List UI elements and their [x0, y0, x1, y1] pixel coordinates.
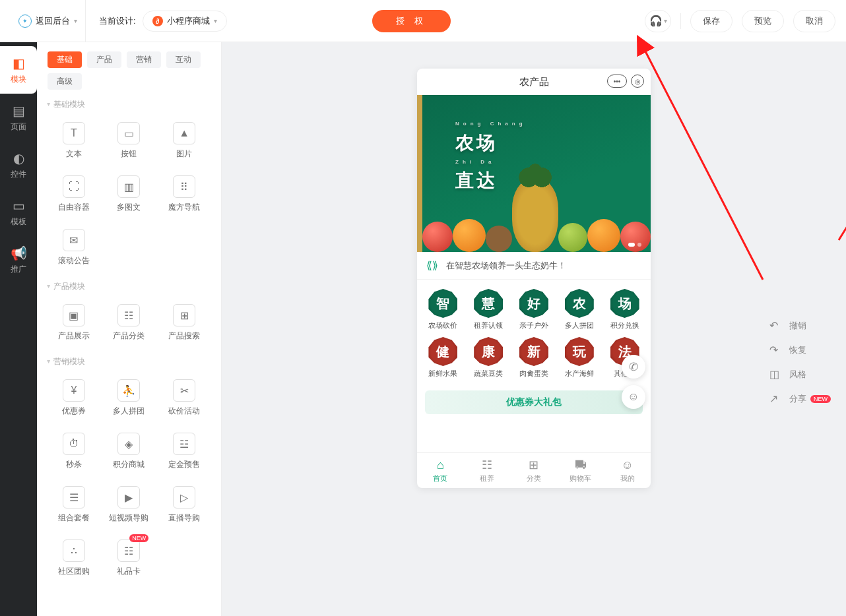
module-icon: ▣: [63, 304, 85, 326]
tool-分享[interactable]: ↗分享NEW: [769, 392, 831, 405]
more-icon[interactable]: •••: [607, 75, 627, 88]
float-buttons: ✆ ☺: [622, 355, 645, 409]
nav-item-蔬菜豆类[interactable]: 康蔬菜豆类: [467, 337, 511, 379]
tabbar-购物车[interactable]: ⛟购物车: [557, 453, 604, 488]
module-积分商城[interactable]: ◈积分商城: [103, 427, 156, 476]
module-文本[interactable]: T文本: [48, 117, 100, 165]
module-优惠券[interactable]: ¥优惠券: [48, 374, 100, 422]
nav-item-积分兑换[interactable]: 场积分兑换: [602, 289, 647, 330]
banner[interactable]: Nong Chang 农场 Zhi Da 直达: [417, 95, 651, 252]
announcement-bar[interactable]: ⟪⟫ 在智慧农场领养一头生态奶牛！: [417, 252, 651, 280]
rail-icon: 📢: [11, 245, 27, 261]
tab-互动[interactable]: 互动: [166, 51, 201, 68]
nav-item-水产海鲜[interactable]: 玩水产海鲜: [557, 337, 601, 379]
preview-button[interactable]: 预览: [742, 10, 784, 32]
nav-icon: 场: [610, 289, 639, 318]
module-短视频导购[interactable]: ▶短视频导购: [103, 481, 156, 529]
svg-line-1: [839, 49, 846, 240]
rail-item-模块[interactable]: ◧模块: [0, 46, 37, 94]
authorize-button[interactable]: 授 权: [372, 10, 451, 32]
rail-item-控件[interactable]: ◐控件: [0, 141, 37, 189]
module-label: 魔方导航: [168, 202, 200, 213]
phone-float-icon[interactable]: ✆: [622, 355, 645, 379]
rail-label: 模块: [11, 74, 26, 85]
current-design: 当前设计: ∂ 小程序商城 ▾: [86, 11, 240, 32]
module-icon: T: [63, 122, 85, 144]
nav-label: 农场砍价: [428, 321, 457, 330]
nav-item-亲子户外[interactable]: 好亲子户外: [512, 289, 556, 330]
module-icon: ⛹: [117, 379, 140, 402]
module-label: 直播导购: [168, 512, 200, 524]
module-产品分类[interactable]: ☷产品分类: [103, 299, 156, 347]
target-icon[interactable]: ◎: [631, 75, 644, 88]
section-title: 产品模块: [48, 281, 211, 292]
module-直播导购[interactable]: ▷直播导购: [158, 481, 211, 529]
module-icon: ☰: [63, 486, 85, 508]
arrow-annotation: [832, 42, 846, 249]
module-礼品卡[interactable]: ☷礼品卡NEW: [103, 534, 156, 582]
nav-item-肉禽蛋类[interactable]: 新肉禽蛋类: [512, 337, 556, 379]
rail-icon: ▤: [13, 103, 25, 119]
tool-恢复[interactable]: ↷恢复: [769, 344, 831, 356]
support-button[interactable]: 🎧▾: [645, 10, 671, 32]
module-滚动公告[interactable]: ✉滚动公告: [48, 224, 100, 272]
tab-高级[interactable]: 高级: [48, 73, 82, 90]
wechat-float-icon[interactable]: ☺: [622, 385, 645, 409]
module-魔方导航[interactable]: ⠿魔方导航: [158, 170, 211, 218]
module-产品展示[interactable]: ▣产品展示: [48, 299, 100, 347]
tab-基础[interactable]: 基础: [48, 51, 82, 68]
module-多人拼团[interactable]: ⛹多人拼团: [103, 374, 156, 422]
module-多图文[interactable]: ▥多图文: [103, 170, 156, 218]
fruit-illustration: [422, 179, 651, 252]
nav-item-农场砍价[interactable]: 智农场砍价: [421, 289, 465, 330]
pagination-dots: [628, 243, 641, 247]
new-badge: NEW: [810, 395, 831, 403]
module-label: 自由容器: [58, 202, 90, 213]
coupon-banner[interactable]: 优惠券大礼包: [425, 390, 643, 414]
module-自由容器[interactable]: ⛶自由容器: [48, 170, 100, 218]
tab-营销[interactable]: 营销: [127, 51, 161, 68]
tabbar-租养[interactable]: ☷租养: [464, 453, 511, 488]
module-秒杀[interactable]: ⏱秒杀: [48, 427, 100, 476]
module-图片[interactable]: ▲图片: [158, 117, 211, 165]
design-selector[interactable]: ∂ 小程序商城 ▾: [143, 11, 227, 32]
tool-风格[interactable]: ◫风格: [769, 368, 831, 381]
nav-item-新鲜水果[interactable]: 健新鲜水果: [421, 337, 465, 379]
nav-item-多人拼团[interactable]: 农多人拼团: [557, 289, 601, 330]
nav-label: 肉禽蛋类: [519, 369, 548, 379]
module-按钮[interactable]: ▭按钮: [103, 117, 156, 165]
new-badge: NEW: [129, 534, 148, 542]
module-icon: ◈: [117, 433, 140, 455]
module-组合套餐[interactable]: ☰组合套餐: [48, 481, 100, 529]
rail-item-页面[interactable]: ▤页面: [0, 94, 37, 141]
module-label: 优惠券: [62, 406, 86, 417]
tool-撤销[interactable]: ↶撤销: [769, 319, 831, 332]
header-actions: 🎧▾ 保存 预览 取消: [645, 10, 835, 32]
rail-item-推广[interactable]: 📢推广: [0, 236, 37, 284]
arrow-annotation: [631, 42, 776, 295]
module-icon: ▲: [173, 122, 195, 144]
module-label: 社区团购: [58, 566, 90, 577]
module-label: 产品搜索: [168, 330, 200, 342]
nav-item-租养认领[interactable]: 慧租养认领: [467, 289, 511, 330]
save-button[interactable]: 保存: [690, 10, 732, 32]
svg-line-0: [644, 49, 763, 280]
tabbar-label: 分类: [527, 474, 541, 483]
chevron-down-icon: ▾: [74, 17, 77, 24]
tabbar-分类[interactable]: ⊞分类: [511, 453, 558, 488]
section-title: 基础模块: [48, 99, 211, 110]
module-社区团购[interactable]: ⛬社区团购: [48, 534, 100, 582]
module-产品搜索[interactable]: ⊞产品搜索: [158, 299, 211, 347]
module-定金预售[interactable]: ☳定金预售: [158, 427, 211, 476]
tabbar-首页[interactable]: ⌂首页: [417, 453, 464, 488]
tab-产品[interactable]: 产品: [87, 51, 121, 68]
cancel-button[interactable]: 取消: [793, 10, 835, 32]
phone-header: 农产品 ••• ◎: [417, 69, 651, 95]
back-button[interactable]: ✦ 返回后台 ▾: [11, 0, 86, 42]
rail-item-模板[interactable]: ▭模板: [0, 189, 37, 236]
phone-title: 农产品: [519, 76, 549, 88]
tabbar-我的[interactable]: ☺我的: [604, 453, 651, 488]
nav-label: 多人拼团: [565, 321, 594, 330]
module-砍价活动[interactable]: ✂砍价活动: [158, 374, 211, 422]
nav-grid: 智农场砍价慧租养认领好亲子户外农多人拼团场积分兑换健新鲜水果康蔬菜豆类新肉禽蛋类…: [417, 280, 651, 388]
